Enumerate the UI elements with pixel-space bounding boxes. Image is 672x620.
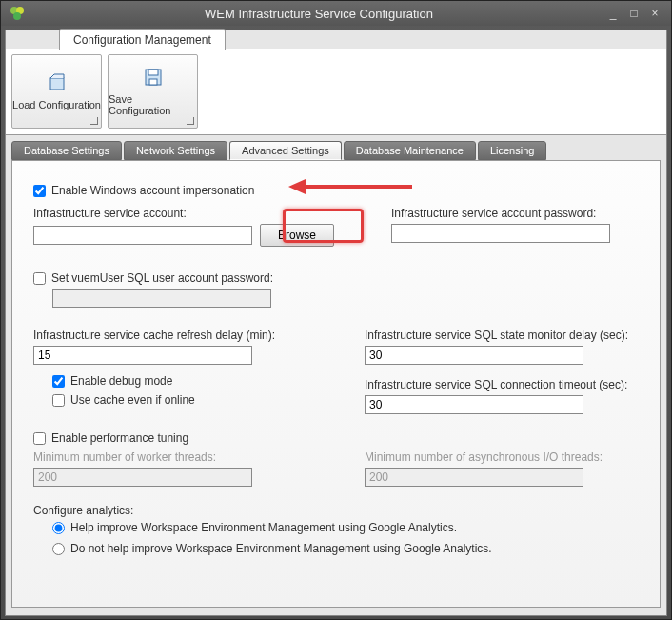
app-window: WEM Infrastructure Service Configuration…: [0, 0, 672, 620]
browse-button[interactable]: Browse: [260, 224, 334, 247]
min-worker-threads-input: [33, 468, 252, 487]
enable-impersonation-label: Enable Windows account impersonation: [51, 184, 254, 197]
tab-advanced-settings[interactable]: Advanced Settings: [229, 141, 342, 160]
tab-licensing[interactable]: Licensing: [478, 141, 546, 160]
sql-monitor-input[interactable]: [365, 346, 583, 365]
infra-account-label: Infrastructure service account:: [33, 207, 334, 220]
settings-tabs: Database Settings Network Settings Advan…: [6, 135, 666, 160]
set-vuem-input[interactable]: [33, 272, 46, 285]
load-configuration-label: Load Configuration: [12, 99, 101, 110]
min-worker-threads-label: Minimum number of worker threads:: [33, 450, 307, 464]
perf-tuning-input[interactable]: [33, 432, 46, 445]
min-async-threads-label: Minimum number of asynchronous I/O threa…: [365, 450, 639, 464]
configure-analytics-label: Configure analytics:: [33, 504, 639, 517]
svg-point-2: [13, 12, 21, 20]
sql-timeout-input[interactable]: [365, 395, 583, 414]
advanced-settings-panel: Enable Windows account impersonation Inf…: [11, 160, 661, 608]
infra-password-label: Infrastructure service account password:: [391, 207, 639, 220]
svg-rect-6: [149, 79, 157, 85]
close-button[interactable]: ×: [644, 5, 665, 22]
tab-database-maintenance[interactable]: Database Maintenance: [344, 141, 476, 160]
sql-monitor-label: Infrastructure service SQL state monitor…: [365, 329, 639, 342]
use-cache-input[interactable]: [52, 394, 65, 407]
infra-account-input[interactable]: [33, 226, 252, 245]
analytics-help-label: Help improve Workspace Environment Manag…: [70, 521, 457, 534]
set-vuem-label: Set vuemUser SQL user account password:: [51, 271, 273, 285]
svg-rect-5: [148, 70, 158, 75]
window-title: WEM Infrastructure Service Configuration: [35, 7, 603, 21]
cache-refresh-input[interactable]: [33, 346, 252, 365]
minimize-button[interactable]: _: [603, 5, 623, 22]
sql-timeout-label: Infrastructure service SQL connection ti…: [365, 378, 639, 391]
save-configuration-button[interactable]: Save Configuration: [108, 54, 198, 129]
maximize-button[interactable]: □: [623, 5, 644, 22]
tab-network-settings[interactable]: Network Settings: [124, 141, 227, 160]
perf-tuning-checkbox[interactable]: Enable performance tuning: [33, 431, 639, 445]
load-icon: [47, 72, 68, 93]
enable-debug-input[interactable]: [52, 375, 65, 388]
analytics-help-radio[interactable]: Help improve Workspace Environment Manag…: [52, 521, 639, 534]
perf-tuning-label: Enable performance tuning: [51, 431, 188, 445]
svg-rect-3: [50, 78, 64, 90]
cache-refresh-label: Infrastructure service cache refresh del…: [33, 329, 307, 342]
tab-database-settings[interactable]: Database Settings: [11, 141, 122, 160]
titlebar: WEM Infrastructure Service Configuration…: [1, 1, 671, 26]
ribbon: Load Configuration Save Configuration: [6, 49, 666, 135]
analytics-donot-label: Do not help improve Workspace Environmen…: [70, 542, 492, 555]
ribbon-tab-config-management[interactable]: Configuration Management: [59, 29, 226, 50]
analytics-donot-radio[interactable]: Do not help improve Workspace Environmen…: [52, 542, 639, 555]
use-cache-checkbox[interactable]: Use cache even if online: [52, 393, 307, 407]
enable-impersonation-input[interactable]: [33, 185, 46, 197]
enable-debug-label: Enable debug mode: [70, 374, 172, 388]
load-configuration-button[interactable]: Load Configuration: [11, 54, 102, 129]
client-area: Configuration Management Load Configurat…: [5, 30, 667, 616]
min-async-threads-input: [365, 468, 583, 487]
analytics-donot-input[interactable]: [52, 543, 65, 555]
use-cache-label: Use cache even if online: [70, 393, 195, 407]
infra-password-input[interactable]: [391, 224, 610, 243]
app-icon: [7, 3, 28, 24]
enable-debug-checkbox[interactable]: Enable debug mode: [52, 374, 307, 388]
set-vuem-checkbox[interactable]: Set vuemUser SQL user account password:: [33, 271, 639, 285]
save-icon: [143, 67, 164, 88]
analytics-help-input[interactable]: [52, 522, 65, 534]
enable-impersonation-checkbox[interactable]: Enable Windows account impersonation: [33, 184, 639, 197]
set-vuem-password-input: [52, 289, 271, 308]
save-configuration-label: Save Configuration: [109, 93, 197, 116]
